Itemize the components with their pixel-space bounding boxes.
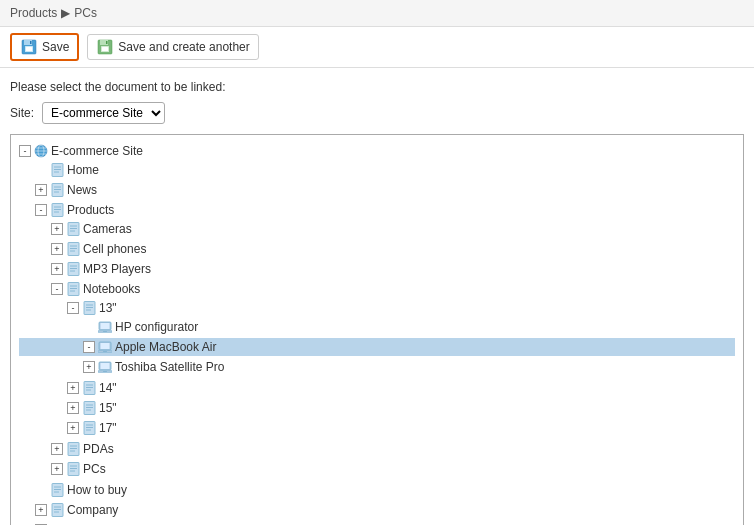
globe-icon (33, 143, 49, 159)
list-item: - Products (19, 200, 735, 480)
toggle-company[interactable]: + (35, 504, 47, 516)
page-icon (65, 261, 81, 277)
toggle-mp3[interactable]: + (51, 263, 63, 275)
save-icon (20, 38, 38, 56)
tree-item-news[interactable]: + News (19, 181, 735, 199)
save-another-label: Save and create another (118, 40, 249, 54)
toggle-13inch[interactable]: - (67, 302, 79, 314)
breadcrumb-pcs[interactable]: PCs (74, 6, 97, 20)
toshiba-label: Toshiba Satellite Pro (115, 360, 224, 374)
ecommerce-site-label: E-commerce Site (51, 144, 143, 158)
products-label: Products (67, 203, 114, 217)
toggle-cellphones[interactable]: + (51, 243, 63, 255)
tree-item-hp[interactable]: HP configurator (19, 318, 735, 336)
tree-item-toshiba[interactable]: + (19, 358, 735, 376)
tree-container: - E-commerce Site (10, 134, 744, 525)
tree-item-pcs[interactable]: + (19, 460, 735, 478)
toggle-17inch[interactable]: + (67, 422, 79, 434)
list-item: + (19, 239, 735, 259)
page-icon (49, 502, 65, 518)
list-item: + (19, 398, 735, 418)
tree-item-howtobuy[interactable]: How to buy (19, 481, 735, 499)
save-another-icon (96, 38, 114, 56)
save-and-create-another-button[interactable]: Save and create another (87, 34, 258, 60)
list-item: + (19, 418, 735, 438)
news-label: News (67, 183, 97, 197)
tree-item-ecommerce[interactable]: - E-commerce Site (19, 142, 735, 160)
list-item: + (19, 378, 735, 398)
svg-rect-79 (52, 484, 63, 497)
page-icon (65, 441, 81, 457)
list-item: Home (19, 160, 735, 180)
list-item: + (19, 439, 735, 459)
page-icon (49, 162, 65, 178)
save-button[interactable]: Save (10, 33, 79, 61)
tree-item-company[interactable]: + Company (19, 501, 735, 519)
svg-rect-71 (68, 443, 79, 456)
laptop-icon (97, 319, 113, 335)
toggle-pcs[interactable]: + (51, 463, 63, 475)
toggle-cameras[interactable]: + (51, 223, 63, 235)
14inch-label: 14" (99, 381, 117, 395)
list-item: + (19, 219, 735, 239)
13inch-label: 13" (99, 301, 117, 315)
toggle-pdas[interactable]: + (51, 443, 63, 455)
page-icon (81, 420, 97, 436)
list-item: + (19, 357, 735, 377)
page-icon (81, 400, 97, 416)
svg-rect-54 (103, 351, 107, 352)
svg-rect-8 (102, 47, 108, 51)
toggle-toshiba[interactable]: + (83, 361, 95, 373)
svg-rect-43 (84, 302, 95, 315)
notebooks-label: Notebooks (83, 282, 140, 296)
svg-rect-58 (103, 371, 107, 372)
tree-item-14inch[interactable]: + (19, 379, 735, 397)
15inch-label: 15" (99, 401, 117, 415)
tree-item-cellphones[interactable]: + (19, 240, 735, 258)
list-item: - (19, 279, 735, 439)
toggle-14inch[interactable]: + (67, 382, 79, 394)
svg-rect-31 (68, 243, 79, 256)
toggle-news[interactable]: + (35, 184, 47, 196)
list-item: - (19, 298, 735, 378)
company-label: Company (67, 503, 118, 517)
pcs-label: PCs (83, 462, 106, 476)
toggle-ecommerce[interactable]: - (19, 145, 31, 157)
laptop-icon (97, 339, 113, 355)
tree-item-home[interactable]: Home (19, 161, 735, 179)
page-icon (65, 221, 81, 237)
laptop-icon (97, 359, 113, 375)
spacer (35, 164, 47, 176)
cellphones-label: Cell phones (83, 242, 146, 256)
toggle-notebooks[interactable]: - (51, 283, 63, 295)
macbook-label: Apple MacBook Air (115, 340, 216, 354)
tree-item-macbook[interactable]: - (19, 338, 735, 356)
spacer (83, 321, 95, 333)
tree-item-cameras[interactable]: + (19, 220, 735, 238)
list-item: + (19, 259, 735, 279)
toggle-15inch[interactable]: + (67, 402, 79, 414)
page-icon (65, 281, 81, 297)
tree-item-specialpages[interactable]: + Special pages (19, 521, 735, 525)
list-item: How to buy (19, 480, 735, 500)
tree-item-mp3[interactable]: + (19, 260, 735, 278)
toggle-macbook[interactable]: - (83, 341, 95, 353)
breadcrumb-separator: ▶ (61, 6, 70, 20)
tree-item-15inch[interactable]: + (19, 399, 735, 417)
save-label: Save (42, 40, 69, 54)
site-select[interactable]: E-commerce Site (42, 102, 165, 124)
svg-rect-52 (101, 343, 110, 349)
breadcrumb-products[interactable]: Products (10, 6, 57, 20)
toggle-products[interactable]: - (35, 204, 47, 216)
list-item: HP configurator (19, 317, 735, 337)
site-row: Site: E-commerce Site (10, 102, 744, 124)
svg-rect-35 (68, 263, 79, 276)
svg-rect-48 (101, 323, 110, 329)
tree-item-notebooks[interactable]: - (19, 280, 735, 298)
tree-item-pdas[interactable]: + (19, 440, 735, 458)
svg-rect-59 (84, 382, 95, 395)
tree-item-13inch[interactable]: - (19, 299, 735, 317)
tree-item-products[interactable]: - Products (19, 201, 735, 219)
tree-item-17inch[interactable]: + (19, 419, 735, 437)
list-item: + (19, 459, 735, 479)
